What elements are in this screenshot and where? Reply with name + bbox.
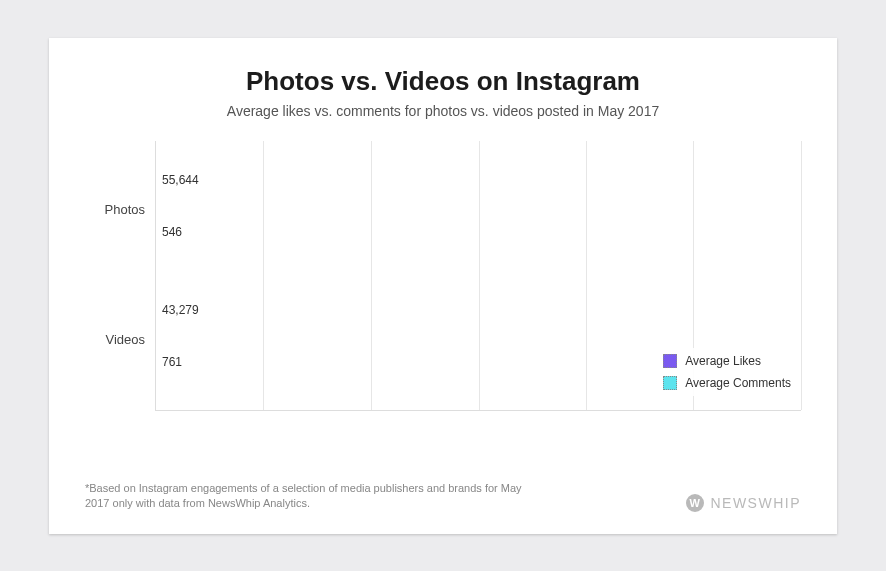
gridline [801, 141, 802, 410]
chart-subtitle: Average likes vs. comments for photos vs… [85, 103, 801, 119]
gridline [371, 141, 372, 410]
legend-item-likes: Average Likes [659, 352, 795, 370]
brand-name: NEWSWHIP [710, 495, 801, 511]
chart-grid: 55,644 546 43,279 761 Average Lik [155, 141, 801, 411]
legend: Average Likes Average Comments [659, 348, 795, 396]
y-axis-labels: Photos Videos [85, 141, 155, 411]
gridline [586, 141, 587, 410]
brand: W NEWSWHIP [686, 494, 801, 512]
footer: *Based on Instagram engagements of a sel… [85, 461, 801, 512]
plot-area: Photos Videos 55,644 546 43,27 [85, 141, 801, 411]
legend-label: Average Comments [685, 376, 791, 390]
chart-title: Photos vs. Videos on Instagram [85, 66, 801, 97]
gridline [263, 141, 264, 410]
legend-label: Average Likes [685, 354, 761, 368]
y-label-photos: Photos [105, 201, 145, 216]
legend-item-comments: Average Comments [659, 374, 795, 392]
value-label: 43,279 [162, 303, 199, 317]
brand-logo-icon: W [686, 494, 704, 512]
y-label-videos: Videos [105, 331, 145, 346]
swatch-likes-icon [663, 354, 677, 368]
gridline [479, 141, 480, 410]
value-label: 761 [162, 355, 182, 369]
chart-card: Photos vs. Videos on Instagram Average l… [49, 38, 837, 534]
value-label: 546 [162, 225, 182, 239]
footnote: *Based on Instagram engagements of a sel… [85, 481, 545, 512]
swatch-comments-icon [663, 376, 677, 390]
value-label: 55,644 [162, 173, 199, 187]
